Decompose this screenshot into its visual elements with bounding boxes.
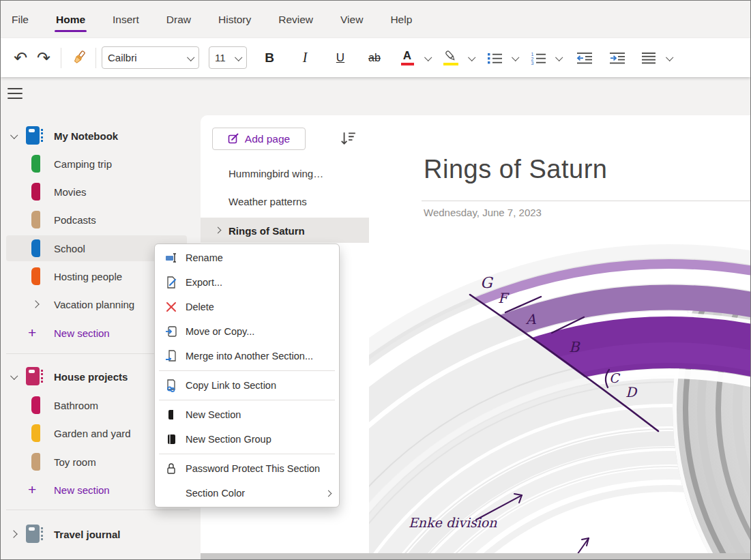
bullet-list-icon — [486, 51, 503, 65]
add-page-button[interactable]: Add page — [212, 128, 306, 150]
page-title-heading[interactable]: Rings of Saturn — [424, 155, 607, 184]
font-size-select[interactable]: 11 — [209, 46, 247, 69]
new-section-icon — [164, 408, 178, 422]
page-item-weather-patterns[interactable]: Weather patterns — [201, 188, 369, 215]
numbered-list-button[interactable]: 123 — [527, 46, 550, 70]
new-section-group-icon — [164, 432, 178, 446]
font-name-select[interactable]: Cailbri — [102, 46, 199, 69]
font-name-value: Cailbri — [108, 52, 137, 63]
section-podcasts[interactable]: Podcasts — [1, 206, 201, 233]
align-icon — [640, 51, 657, 65]
context-menu-item-new-section-group[interactable]: New Section Group — [155, 427, 339, 452]
chevron-right-icon[interactable] — [31, 300, 39, 308]
horizontal-scrollbar[interactable] — [201, 553, 750, 559]
menu-file[interactable]: File — [12, 14, 29, 26]
menu-help[interactable]: Help — [390, 14, 412, 26]
bold-button[interactable]: B — [258, 46, 281, 70]
redo-button[interactable]: ↷ — [32, 46, 55, 70]
menu-view[interactable]: View — [340, 14, 363, 26]
align-dropdown[interactable] — [663, 46, 675, 70]
new-section-label: New section — [54, 484, 110, 496]
context-menu-item-copy-link[interactable]: Copy Link to Section — [155, 373, 339, 398]
notebook-name: House projects — [54, 371, 128, 383]
highlighter-button[interactable] — [439, 46, 462, 70]
context-menu-item-section-color[interactable]: Section Color — [155, 481, 339, 505]
section-tab-icon — [31, 453, 40, 471]
font-color-button[interactable]: A — [396, 46, 419, 70]
bold-icon: B — [265, 50, 274, 65]
chevron-down-icon — [187, 53, 194, 61]
bullet-list-dropdown[interactable] — [509, 46, 521, 70]
notebook-travel-journal[interactable]: Travel journal — [1, 520, 201, 548]
enke-division-label: Enke division — [409, 515, 497, 530]
section-label: Movies — [54, 186, 87, 198]
context-menu-item-move-or-copy[interactable]: Move or Copy... — [155, 319, 339, 344]
chevron-right-icon[interactable] — [10, 530, 17, 537]
plus-icon: + — [28, 325, 36, 341]
context-menu-item-merge[interactable]: Merge into Another Section... — [155, 344, 339, 368]
menu-history[interactable]: History — [218, 14, 251, 26]
italic-button[interactable]: I — [293, 46, 316, 70]
sidebar-divider — [6, 510, 190, 510]
copy-link-icon — [164, 379, 178, 392]
notebook-my-notebook[interactable]: My Notebook — [1, 122, 201, 149]
underline-icon: U — [336, 51, 344, 65]
ring-label-g: G — [480, 274, 494, 291]
context-menu-item-delete[interactable]: Delete — [155, 295, 339, 319]
undo-icon: ↶ — [14, 50, 27, 66]
bullet-list-button[interactable] — [483, 46, 506, 70]
add-page-label: Add page — [245, 133, 290, 145]
chevron-down-icon[interactable] — [10, 132, 18, 139]
no-icon — [164, 486, 178, 500]
section-camping-trip[interactable]: Camping trip — [1, 150, 201, 177]
chevron-down-icon — [468, 53, 475, 61]
menu-review[interactable]: Review — [278, 14, 313, 26]
decrease-indent-button[interactable] — [573, 46, 596, 70]
strikethrough-button[interactable]: ab — [363, 46, 386, 70]
svg-text:3: 3 — [531, 61, 534, 65]
toolbar-separator — [61, 48, 61, 68]
sort-pages-button[interactable] — [339, 130, 357, 147]
menu-draw[interactable]: Draw — [166, 14, 191, 26]
undo-button[interactable]: ↶ — [9, 46, 32, 70]
numbered-list-dropdown[interactable] — [553, 46, 565, 70]
context-menu-item-export[interactable]: Export... — [155, 270, 339, 295]
section-tab-icon — [31, 211, 40, 229]
format-painter-icon — [70, 49, 87, 67]
chevron-down-icon — [235, 53, 242, 61]
increase-indent-icon — [608, 51, 626, 65]
section-label: Hosting people — [54, 271, 122, 282]
rename-icon — [164, 251, 178, 265]
section-label: Toy room — [54, 456, 96, 468]
underline-button[interactable]: U — [329, 46, 352, 70]
format-painter-button[interactable] — [67, 46, 90, 70]
page-date: Wednesday, June 7, 2023 — [424, 207, 542, 218]
section-movies[interactable]: Movies — [1, 178, 201, 205]
section-label: School — [54, 243, 85, 254]
new-section-label: New section — [54, 327, 110, 339]
move-or-copy-icon — [164, 325, 178, 338]
menu-home[interactable]: Home — [56, 14, 85, 26]
increase-indent-button[interactable] — [606, 46, 629, 70]
page-title: Rings of Saturn — [229, 224, 305, 236]
section-tab-icon — [31, 396, 40, 414]
hamburger-menu-button[interactable] — [8, 88, 23, 99]
menu-insert[interactable]: Insert — [113, 14, 139, 26]
page-item-rings-of-saturn[interactable]: Rings of Saturn — [201, 218, 369, 243]
strikethrough-icon: ab — [368, 52, 381, 64]
page-item-hummingbird[interactable]: Hummingbird wing… — [201, 160, 369, 187]
context-menu-item-password-protect[interactable]: Password Protect This Section — [155, 456, 339, 481]
page-canvas[interactable]: Rings of Saturn Wednesday, June 7, 2023 — [369, 115, 750, 553]
highlighter-dropdown[interactable] — [465, 46, 477, 70]
font-color-dropdown[interactable] — [422, 46, 434, 70]
section-label: Bathroom — [54, 400, 98, 411]
section-label: Garden and yard — [54, 428, 131, 439]
context-menu-item-rename[interactable]: Rename — [155, 246, 339, 270]
title-underline — [422, 201, 750, 201]
align-button[interactable] — [637, 46, 660, 70]
chevron-down-icon[interactable] — [10, 372, 18, 380]
context-menu-item-new-section[interactable]: New Section — [155, 402, 339, 427]
password-lock-icon — [164, 462, 178, 475]
chevron-right-icon[interactable] — [215, 227, 222, 234]
delete-icon — [164, 300, 178, 314]
